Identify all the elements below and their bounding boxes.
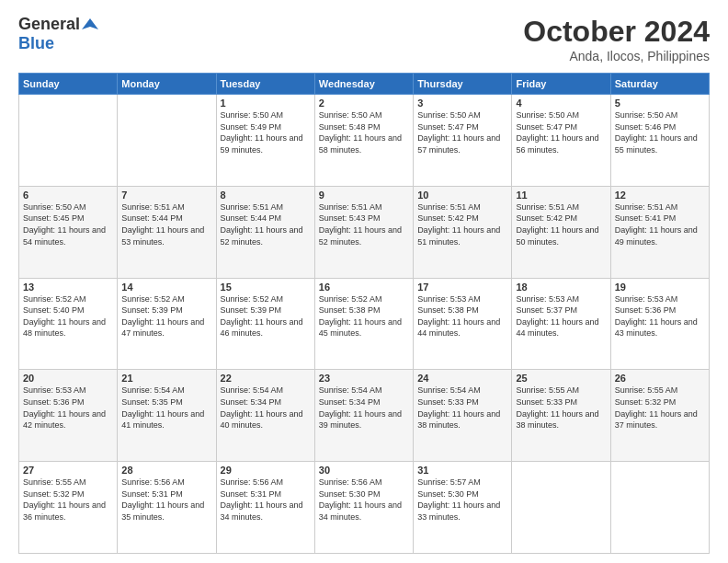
table-row: 1Sunrise: 5:50 AM Sunset: 5:49 PM Daylig… (216, 95, 314, 187)
day-info: Sunrise: 5:55 AM Sunset: 5:32 PM Dayligh… (23, 477, 113, 523)
calendar-week-1: 1Sunrise: 5:50 AM Sunset: 5:49 PM Daylig… (19, 95, 710, 187)
table-row: 31Sunrise: 5:57 AM Sunset: 5:30 PM Dayli… (414, 462, 512, 554)
table-row: 21Sunrise: 5:54 AM Sunset: 5:35 PM Dayli… (118, 370, 216, 462)
day-number: 27 (23, 465, 113, 476)
day-info: Sunrise: 5:51 AM Sunset: 5:43 PM Dayligh… (319, 201, 409, 247)
logo-general-text: General (18, 15, 80, 34)
day-number: 23 (319, 373, 409, 384)
table-row (512, 462, 610, 554)
day-info: Sunrise: 5:52 AM Sunset: 5:39 PM Dayligh… (221, 293, 311, 339)
day-number: 6 (23, 190, 113, 201)
table-row (610, 462, 709, 554)
day-info: Sunrise: 5:54 AM Sunset: 5:33 PM Dayligh… (417, 385, 507, 431)
day-number: 22 (221, 373, 311, 384)
table-row: 4Sunrise: 5:50 AM Sunset: 5:47 PM Daylig… (512, 95, 610, 187)
calendar-week-2: 6Sunrise: 5:50 AM Sunset: 5:45 PM Daylig… (19, 186, 710, 278)
day-info: Sunrise: 5:51 AM Sunset: 5:41 PM Dayligh… (615, 201, 705, 247)
day-info: Sunrise: 5:56 AM Sunset: 5:31 PM Dayligh… (121, 477, 211, 523)
day-info: Sunrise: 5:50 AM Sunset: 5:46 PM Dayligh… (615, 109, 705, 155)
table-row: 28Sunrise: 5:56 AM Sunset: 5:31 PM Dayli… (118, 462, 216, 554)
day-number: 18 (516, 282, 606, 293)
day-info: Sunrise: 5:50 AM Sunset: 5:48 PM Dayligh… (319, 109, 409, 155)
calendar-week-4: 20Sunrise: 5:53 AM Sunset: 5:36 PM Dayli… (19, 370, 710, 462)
day-number: 12 (615, 190, 705, 201)
day-number: 13 (23, 282, 113, 293)
day-info: Sunrise: 5:55 AM Sunset: 5:32 PM Dayligh… (615, 385, 705, 431)
day-number: 19 (615, 282, 705, 293)
table-row: 25Sunrise: 5:55 AM Sunset: 5:33 PM Dayli… (512, 370, 610, 462)
calendar-header-row: Sunday Monday Tuesday Wednesday Thursday… (19, 74, 710, 95)
header: General Blue October 2024 Anda, Ilocos, … (18, 15, 710, 63)
day-number: 9 (319, 190, 409, 201)
logo-bird-icon (82, 17, 98, 33)
day-info: Sunrise: 5:51 AM Sunset: 5:44 PM Dayligh… (121, 201, 211, 247)
day-info: Sunrise: 5:50 AM Sunset: 5:45 PM Dayligh… (23, 201, 113, 247)
day-info: Sunrise: 5:52 AM Sunset: 5:40 PM Dayligh… (23, 293, 113, 339)
day-info: Sunrise: 5:53 AM Sunset: 5:37 PM Dayligh… (516, 293, 606, 339)
table-row: 23Sunrise: 5:54 AM Sunset: 5:34 PM Dayli… (314, 370, 413, 462)
day-number: 4 (516, 98, 606, 109)
logo: General Blue (18, 15, 98, 53)
day-number: 5 (615, 98, 705, 109)
title-block: October 2024 Anda, Ilocos, Philippines (523, 15, 710, 63)
day-info: Sunrise: 5:56 AM Sunset: 5:30 PM Dayligh… (319, 477, 409, 523)
table-row (118, 95, 216, 187)
table-row: 14Sunrise: 5:52 AM Sunset: 5:39 PM Dayli… (118, 278, 216, 370)
table-row: 26Sunrise: 5:55 AM Sunset: 5:32 PM Dayli… (610, 370, 709, 462)
day-info: Sunrise: 5:54 AM Sunset: 5:34 PM Dayligh… (319, 385, 409, 431)
page-title: October 2024 (523, 15, 710, 49)
day-info: Sunrise: 5:52 AM Sunset: 5:39 PM Dayligh… (121, 293, 211, 339)
day-number: 21 (121, 373, 211, 384)
day-info: Sunrise: 5:52 AM Sunset: 5:38 PM Dayligh… (319, 293, 409, 339)
day-number: 20 (23, 373, 113, 384)
header-sunday: Sunday (19, 74, 118, 95)
table-row: 29Sunrise: 5:56 AM Sunset: 5:31 PM Dayli… (216, 462, 314, 554)
day-info: Sunrise: 5:51 AM Sunset: 5:42 PM Dayligh… (417, 201, 507, 247)
table-row: 24Sunrise: 5:54 AM Sunset: 5:33 PM Dayli… (414, 370, 512, 462)
day-number: 1 (221, 98, 311, 109)
day-number: 2 (319, 98, 409, 109)
table-row: 6Sunrise: 5:50 AM Sunset: 5:45 PM Daylig… (19, 186, 118, 278)
table-row (19, 95, 118, 187)
day-number: 10 (417, 190, 507, 201)
day-number: 14 (121, 282, 211, 293)
table-row: 8Sunrise: 5:51 AM Sunset: 5:44 PM Daylig… (216, 186, 314, 278)
table-row: 12Sunrise: 5:51 AM Sunset: 5:41 PM Dayli… (610, 186, 709, 278)
table-row: 7Sunrise: 5:51 AM Sunset: 5:44 PM Daylig… (118, 186, 216, 278)
header-wednesday: Wednesday (314, 74, 413, 95)
header-saturday: Saturday (610, 74, 709, 95)
day-number: 7 (121, 190, 211, 201)
table-row: 20Sunrise: 5:53 AM Sunset: 5:36 PM Dayli… (19, 370, 118, 462)
day-info: Sunrise: 5:50 AM Sunset: 5:47 PM Dayligh… (417, 109, 507, 155)
table-row: 2Sunrise: 5:50 AM Sunset: 5:48 PM Daylig… (314, 95, 413, 187)
page: General Blue October 2024 Anda, Ilocos, … (0, 0, 728, 563)
day-number: 15 (221, 282, 311, 293)
table-row: 16Sunrise: 5:52 AM Sunset: 5:38 PM Dayli… (314, 278, 413, 370)
page-subtitle: Anda, Ilocos, Philippines (523, 49, 710, 63)
header-friday: Friday (512, 74, 610, 95)
day-info: Sunrise: 5:53 AM Sunset: 5:36 PM Dayligh… (615, 293, 705, 339)
day-info: Sunrise: 5:55 AM Sunset: 5:33 PM Dayligh… (516, 385, 606, 431)
table-row: 11Sunrise: 5:51 AM Sunset: 5:42 PM Dayli… (512, 186, 610, 278)
table-row: 10Sunrise: 5:51 AM Sunset: 5:42 PM Dayli… (414, 186, 512, 278)
day-number: 29 (221, 465, 311, 476)
calendar-week-5: 27Sunrise: 5:55 AM Sunset: 5:32 PM Dayli… (19, 462, 710, 554)
header-tuesday: Tuesday (216, 74, 314, 95)
day-info: Sunrise: 5:53 AM Sunset: 5:38 PM Dayligh… (417, 293, 507, 339)
day-info: Sunrise: 5:54 AM Sunset: 5:34 PM Dayligh… (221, 385, 311, 431)
day-number: 11 (516, 190, 606, 201)
day-info: Sunrise: 5:50 AM Sunset: 5:49 PM Dayligh… (221, 109, 311, 155)
day-number: 24 (417, 373, 507, 384)
table-row: 9Sunrise: 5:51 AM Sunset: 5:43 PM Daylig… (314, 186, 413, 278)
table-row: 30Sunrise: 5:56 AM Sunset: 5:30 PM Dayli… (314, 462, 413, 554)
svg-marker-0 (82, 18, 98, 29)
calendar-week-3: 13Sunrise: 5:52 AM Sunset: 5:40 PM Dayli… (19, 278, 710, 370)
day-number: 30 (319, 465, 409, 476)
day-number: 31 (417, 465, 507, 476)
day-number: 8 (221, 190, 311, 201)
day-info: Sunrise: 5:50 AM Sunset: 5:47 PM Dayligh… (516, 109, 606, 155)
day-info: Sunrise: 5:56 AM Sunset: 5:31 PM Dayligh… (221, 477, 311, 523)
day-number: 16 (319, 282, 409, 293)
header-thursday: Thursday (414, 74, 512, 95)
day-number: 17 (417, 282, 507, 293)
